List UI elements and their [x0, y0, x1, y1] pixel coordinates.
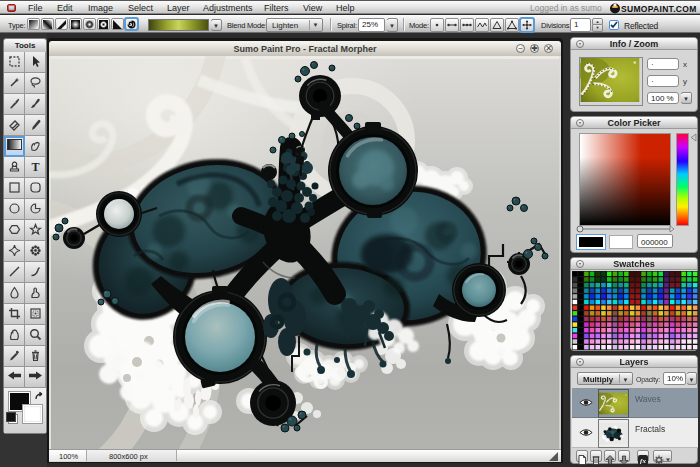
svg-text:T: T [31, 160, 39, 173]
svg-text:fx: fx [640, 457, 646, 465]
